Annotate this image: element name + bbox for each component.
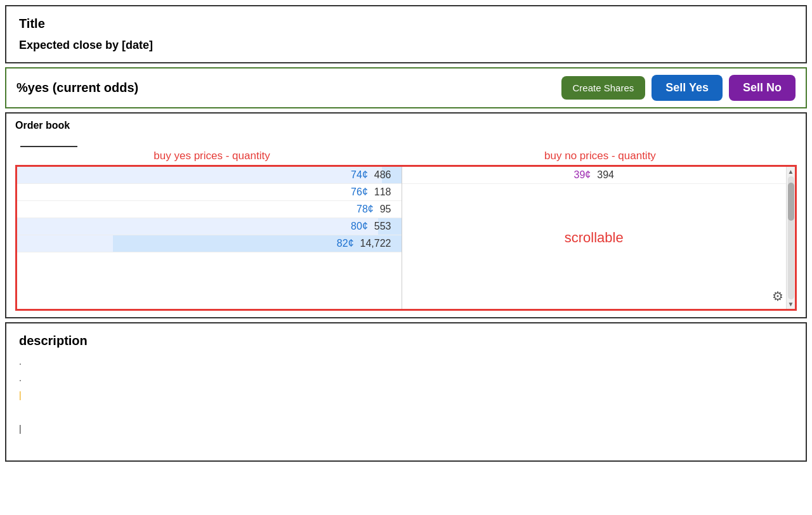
header-buy-yes: buy yes prices - quantity (18, 150, 406, 162)
order-book-right: 39¢ 394 scrollable (402, 167, 787, 309)
table-row: 80¢ 553 (17, 218, 402, 235)
scrollbar[interactable]: ▲ ▼ (786, 167, 795, 309)
order-book-input[interactable] (20, 136, 77, 147)
table-row: 76¢ 118 (17, 184, 402, 201)
desc-line: . (19, 355, 793, 368)
market-title: Title (19, 16, 793, 31)
order-quantity: 95 (380, 204, 391, 215)
table-row: 78¢ 95 (17, 201, 402, 218)
description-title: description (19, 334, 793, 348)
odds-label: %yes (current odds) (16, 81, 138, 95)
order-price: 78¢ (357, 204, 374, 215)
order-book-left[interactable]: 74¢ 486 76¢ 118 78¢ 95 80¢ 553 82¢ (17, 167, 402, 309)
scrollbar-thumb[interactable] (788, 183, 794, 221)
odds-buttons: Create Shares Sell Yes Sell No (561, 75, 796, 101)
title-section: Title Expected close by [date] (5, 5, 807, 63)
desc-line: | (19, 388, 793, 402)
order-book-table[interactable]: 74¢ 486 76¢ 118 78¢ 95 80¢ 553 82¢ (15, 165, 797, 311)
create-shares-button[interactable]: Create Shares (561, 76, 646, 100)
table-row: 39¢ 394 (402, 167, 787, 184)
scroll-up-arrow[interactable]: ▲ (788, 168, 794, 175)
order-price: 80¢ (351, 221, 368, 232)
order-quantity: 14,722 (360, 238, 391, 249)
order-book-headers: buy yes prices - quantity buy no prices … (15, 150, 797, 162)
order-book-section: Order book buy yes prices - quantity buy… (5, 112, 807, 318)
expected-close: Expected close by [date] (19, 39, 793, 52)
sell-yes-button[interactable]: Sell Yes (652, 75, 723, 101)
order-price: 82¢ (337, 238, 354, 249)
desc-line (19, 405, 793, 419)
table-row: 82¢ 14,722 (17, 235, 402, 252)
description-section: description . . | | (5, 322, 807, 462)
order-book-title: Order book (15, 120, 797, 131)
gear-icon[interactable]: ⚙ (772, 289, 783, 304)
desc-line: | (19, 422, 793, 436)
scrollable-label: scrollable (565, 230, 624, 246)
order-price-right: 39¢ (574, 169, 591, 181)
order-price: 76¢ (351, 186, 368, 198)
scrollbar-track[interactable] (788, 176, 794, 299)
odds-bar: %yes (current odds) Create Shares Sell Y… (5, 67, 807, 108)
desc-line: . (19, 371, 793, 385)
header-buy-no: buy no prices - quantity (406, 150, 794, 162)
order-quantity-right: 394 (597, 169, 614, 181)
scroll-down-arrow[interactable]: ▼ (788, 301, 794, 308)
order-quantity: 553 (374, 221, 391, 232)
table-row: 74¢ 486 (17, 167, 402, 184)
description-content: . . | | (19, 355, 793, 436)
order-quantity: 118 (374, 186, 391, 198)
order-price: 74¢ (351, 169, 368, 181)
sell-no-button[interactable]: Sell No (729, 75, 796, 101)
order-quantity: 486 (374, 169, 391, 181)
